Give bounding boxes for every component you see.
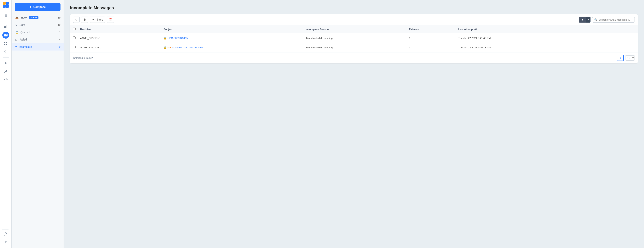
svg-point-19 xyxy=(5,241,6,243)
delete-button[interactable]: 🗑 xyxy=(81,16,88,23)
filters-button[interactable]: ▼ Filters xyxy=(90,16,105,23)
td-recipient-1: ACME_STATION1 xyxy=(77,33,160,43)
svg-rect-3 xyxy=(6,5,9,8)
grid-icon[interactable] xyxy=(2,40,9,47)
delete-btn-2[interactable]: 🗑 xyxy=(588,45,592,50)
failed-count: 4 xyxy=(59,38,60,41)
td-failures-2: 1 xyxy=(406,43,455,52)
calendar-button[interactable]: 📅 xyxy=(107,16,114,23)
selected-count: Selected 0 from 2 xyxy=(73,56,93,59)
people-icon[interactable] xyxy=(2,77,9,84)
pagination: 1 10 25 50 xyxy=(617,55,635,61)
filter-icon: ▼ xyxy=(92,18,94,21)
td-recipient-2: ACME_STATION1 xyxy=(77,43,160,52)
search-input[interactable] xyxy=(598,18,632,21)
td-failures-1: 3 xyxy=(406,33,455,43)
rail-divider-3 xyxy=(2,229,8,230)
filter-btn-group: ▼ ▾ xyxy=(579,16,591,23)
svg-point-15 xyxy=(5,62,6,64)
compose-button[interactable]: ➤ Compose xyxy=(15,3,60,11)
svg-point-16 xyxy=(4,79,6,80)
sidebar: ➤ Compose 📥 Inbox 14 new 19 ➤ Sent 12 ⏳ … xyxy=(12,0,64,248)
main-content: Incomplete Messages ↻ 🗑 ▼ Filters 📅 xyxy=(64,0,644,248)
table-row: ACME_STATION1 🔒 ● ✦ ACKSTMT PO-002334349… xyxy=(70,43,638,52)
sparkle-icon-2: ✦ xyxy=(169,46,171,49)
download-btn-2[interactable]: ⬇ xyxy=(578,45,582,50)
sent-icon: ➤ xyxy=(15,23,18,27)
person-icon[interactable] xyxy=(2,231,9,238)
filters-label: Filters xyxy=(96,18,103,21)
svg-rect-11 xyxy=(6,44,7,45)
svg-rect-8 xyxy=(4,42,6,43)
app-logo xyxy=(3,2,9,8)
th-recipient: Recipient xyxy=(77,25,160,33)
nav-item-queued-left: ⏳ Queued xyxy=(15,30,30,34)
toolbar-right: ▼ ▾ 🔍 xyxy=(579,16,635,23)
row1-checkbox[interactable] xyxy=(73,36,76,39)
compose-icon: ➤ xyxy=(30,5,32,8)
incomplete-label: Incomplete xyxy=(19,45,32,48)
inbox-icon: 📥 xyxy=(15,16,18,19)
queued-count: 1 xyxy=(59,31,60,34)
queued-label: Queued xyxy=(20,31,30,34)
incomplete-count: 2 xyxy=(59,45,60,48)
mail-icon[interactable] xyxy=(2,32,9,39)
svg-rect-5 xyxy=(6,26,6,28)
table-row: ACME_STATION1 🔒 ● PO-0023343495 Timed ou… xyxy=(70,33,638,43)
subject-link-1[interactable]: PO-0023343495 xyxy=(169,37,188,39)
sidebar-item-queued[interactable]: ⏳ Queued 1 xyxy=(12,28,64,36)
subject-link-2[interactable]: ACKSTMT PO-0023343495 xyxy=(172,46,203,49)
svg-point-12 xyxy=(5,51,6,52)
sidebar-item-sent[interactable]: ➤ Sent 12 xyxy=(12,21,64,28)
page-number: 1 xyxy=(617,55,624,61)
retry-btn-1[interactable]: ↻ xyxy=(583,36,587,40)
sidebar-item-incomplete[interactable]: ? Incomplete 2 xyxy=(12,43,64,51)
select-all-checkbox[interactable] xyxy=(73,28,76,30)
refresh-button[interactable]: ↻ xyxy=(73,16,80,23)
sent-count: 12 xyxy=(58,23,60,26)
sidebar-item-failed[interactable]: ⊟ Failed 4 xyxy=(12,36,64,43)
td-actions-1: ⬇ ↻ 🗑 xyxy=(575,33,638,43)
chart-icon[interactable] xyxy=(2,23,9,30)
th-last-attempt: Last Attempt At ↓ xyxy=(455,25,575,33)
hamburger-icon[interactable]: ☰ xyxy=(2,12,9,19)
td-reason-1: Timed out while sending xyxy=(302,33,406,43)
td-checkbox-1 xyxy=(70,33,77,43)
download-btn-1[interactable]: ⬇ xyxy=(578,36,582,40)
svg-point-18 xyxy=(5,233,6,234)
td-subject-2: 🔒 ● ✦ ACKSTMT PO-0023343495 xyxy=(160,43,302,52)
user-add-icon[interactable] xyxy=(2,49,9,56)
failed-icon: ⊟ xyxy=(15,38,18,41)
th-checkbox xyxy=(70,25,77,33)
messages-table: Recipient Subject Incomplete Reason Fail… xyxy=(70,25,638,52)
th-reason: Incomplete Reason xyxy=(302,25,406,33)
td-checkbox-2 xyxy=(70,43,77,52)
nav-item-sent-left: ➤ Sent xyxy=(15,23,25,27)
th-failures: Failures xyxy=(406,25,455,33)
nav-item-inbox-left: 📥 Inbox 14 new xyxy=(15,16,38,19)
sidebar-item-inbox[interactable]: 📥 Inbox 14 new 19 xyxy=(12,14,64,21)
sent-label: Sent xyxy=(20,23,25,26)
lock-icon-1: 🔒 xyxy=(164,37,166,39)
subject-icons-2: 🔒 ● ✦ ACKSTMT PO-0023343495 xyxy=(164,46,300,49)
lock-icon-2: 🔒 xyxy=(164,46,166,49)
active-filter-button[interactable]: ▼ xyxy=(579,17,586,22)
compose-label: Compose xyxy=(34,5,46,8)
queued-icon: ⏳ xyxy=(15,31,18,34)
dot-icon-2: ● xyxy=(168,46,168,49)
filter-dropdown-button[interactable]: ▾ xyxy=(586,17,590,22)
svg-rect-10 xyxy=(4,44,6,45)
settings-icon[interactable] xyxy=(2,238,9,245)
table-body: ACME_STATION1 🔒 ● PO-0023343495 Timed ou… xyxy=(70,33,638,52)
per-page-select[interactable]: 10 25 50 xyxy=(625,55,635,61)
trash-icon: 🗑 xyxy=(83,18,86,21)
retry-btn-2[interactable]: ↻ xyxy=(583,45,587,50)
row2-checkbox[interactable] xyxy=(73,46,76,48)
delete-btn-1[interactable]: 🗑 xyxy=(588,36,592,40)
calendar-icon: 📅 xyxy=(109,18,112,21)
gear-cog-icon[interactable] xyxy=(2,60,9,67)
toolbar-left: ↻ 🗑 ▼ Filters 📅 xyxy=(73,16,114,23)
svg-rect-0 xyxy=(3,2,6,5)
th-subject: Subject xyxy=(160,25,302,33)
wrench-icon[interactable] xyxy=(2,68,9,75)
